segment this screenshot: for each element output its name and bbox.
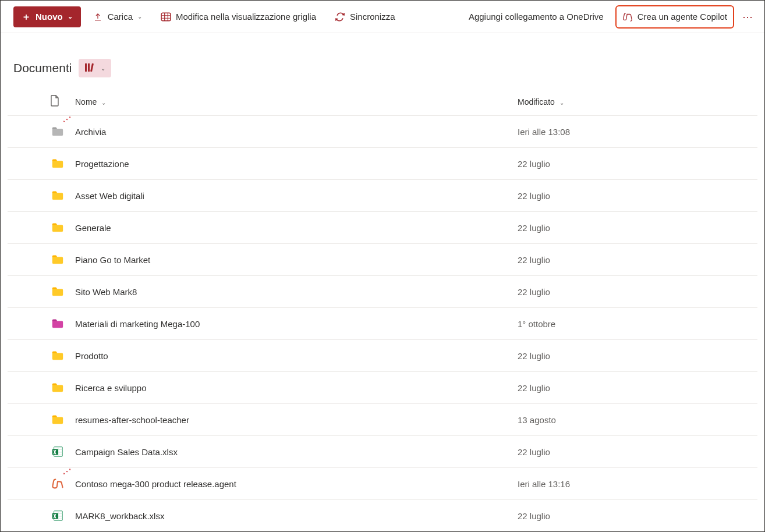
page-title: Documenti (13, 61, 72, 75)
row-select-cell[interactable] (8, 148, 45, 180)
document-icon (49, 95, 60, 107)
row-type-icon (45, 244, 70, 276)
column-modified[interactable]: Modificato ⌄ (513, 89, 757, 116)
row-select-cell[interactable] (8, 404, 45, 436)
row-modified: 1° ottobre (513, 308, 757, 340)
row-name[interactable]: ⋰Contoso mega-300 product release.agent (70, 468, 513, 500)
row-modified: 22 luglio (513, 244, 757, 276)
plus-icon: ＋ (22, 12, 31, 22)
row-name[interactable]: resumes-after-school-teacher (70, 404, 513, 436)
upload-icon (93, 12, 103, 22)
row-type-icon (45, 148, 70, 180)
table-row[interactable]: resumes-after-school-teacher13 agosto (8, 404, 757, 436)
row-select-cell[interactable] (8, 500, 45, 532)
documents-table: Nome ⌄ Modificato ⌄ ⋰ArchiviaIeri alle 1… (8, 89, 757, 532)
svg-rect-2 (88, 63, 90, 72)
row-type-icon (45, 436, 70, 468)
row-name-text: Asset Web digitali (75, 191, 144, 201)
row-name[interactable]: Campaign Sales Data.xlsx (70, 436, 513, 468)
table-row[interactable]: Generale22 luglio (8, 212, 757, 244)
table-row[interactable]: ⋰ArchiviaIeri alle 13:08 (8, 116, 757, 148)
table-row[interactable]: ⋰Contoso mega-300 product release.agentI… (8, 468, 757, 500)
row-modified: Ieri alle 13:16 (513, 468, 757, 500)
row-name[interactable]: ⋰Archivia (70, 116, 513, 148)
row-name[interactable]: Piano Go to Market (70, 244, 513, 276)
row-name-text: Generale (75, 223, 111, 233)
row-name[interactable]: Materiali di marketing Mega-100 (70, 308, 513, 340)
upload-label: Carica (108, 12, 133, 22)
new-button[interactable]: ＋ Nuovo ⌄ (13, 6, 81, 27)
row-name[interactable]: MARK8_workback.xlsx (70, 500, 513, 532)
more-actions-button[interactable]: ⋯ (739, 8, 757, 26)
row-select-cell[interactable] (8, 436, 45, 468)
svg-rect-1 (85, 63, 87, 72)
row-name[interactable]: Ricerca e sviluppo (70, 372, 513, 404)
row-type-icon (45, 372, 70, 404)
row-name-text: Materiali di marketing Mega-100 (75, 319, 200, 329)
chevron-down-icon: ⌄ (68, 13, 73, 20)
table-row[interactable]: MARK8_workback.xlsx22 luglio (8, 500, 757, 532)
column-type[interactable] (45, 89, 70, 116)
row-type-icon (45, 180, 70, 212)
row-select-cell[interactable] (8, 276, 45, 308)
svg-rect-0 (161, 13, 171, 21)
library-view-icon (84, 63, 96, 74)
add-onedrive-label: Aggiungi collegamento a OneDrive (469, 12, 604, 22)
row-name-text: MARK8_workback.xlsx (75, 511, 164, 521)
row-type-icon (45, 404, 70, 436)
create-copilot-label: Crea un agente Copilot (638, 12, 727, 22)
copilot-icon (622, 12, 633, 22)
row-modified: 22 luglio (513, 148, 757, 180)
row-select-cell[interactable] (8, 212, 45, 244)
chevron-down-icon: ⌄ (559, 100, 564, 106)
upload-button[interactable]: Carica ⌄ (86, 6, 149, 27)
row-name-text: Archivia (75, 127, 106, 137)
view-switcher[interactable]: ⌄ (79, 59, 111, 77)
table-row[interactable]: Ricerca e sviluppo22 luglio (8, 372, 757, 404)
table-row[interactable]: Progettazione22 luglio (8, 148, 757, 180)
column-select[interactable] (8, 89, 45, 116)
row-select-cell[interactable] (8, 116, 45, 148)
row-select-cell[interactable] (8, 180, 45, 212)
row-name[interactable]: Generale (70, 212, 513, 244)
row-select-cell[interactable] (8, 340, 45, 372)
edit-grid-button[interactable]: Modifica nella visualizzazione griglia (154, 6, 323, 27)
table-row[interactable]: Sito Web Mark822 luglio (8, 276, 757, 308)
create-copilot-agent-button[interactable]: Crea un agente Copilot (615, 5, 734, 29)
row-name[interactable]: Progettazione (70, 148, 513, 180)
sync-label: Sincronizza (350, 12, 395, 22)
table-row[interactable]: Campaign Sales Data.xlsx22 luglio (8, 436, 757, 468)
command-bar: ＋ Nuovo ⌄ Carica ⌄ Modifica nella visual… (1, 1, 764, 33)
row-type-icon (45, 500, 70, 532)
new-indicator-icon: ⋰ (63, 466, 72, 476)
row-modified: 22 luglio (513, 340, 757, 372)
row-modified: 22 luglio (513, 276, 757, 308)
table-row[interactable]: Piano Go to Market22 luglio (8, 244, 757, 276)
row-name[interactable]: Asset Web digitali (70, 180, 513, 212)
row-type-icon (45, 308, 70, 340)
row-name-text: Prodotto (75, 351, 108, 361)
grid-icon (161, 12, 171, 22)
chevron-down-icon: ⌄ (101, 65, 105, 72)
column-name[interactable]: Nome ⌄ (70, 89, 513, 116)
table-row[interactable]: Prodotto22 luglio (8, 340, 757, 372)
row-select-cell[interactable] (8, 244, 45, 276)
row-name-text: Progettazione (75, 159, 129, 169)
edit-grid-label: Modifica nella visualizzazione griglia (176, 12, 316, 22)
row-select-cell[interactable] (8, 308, 45, 340)
table-header-row: Nome ⌄ Modificato ⌄ (8, 89, 757, 116)
add-onedrive-button[interactable]: Aggiungi collegamento a OneDrive (462, 6, 611, 27)
row-name[interactable]: Prodotto (70, 340, 513, 372)
row-modified: 22 luglio (513, 500, 757, 532)
new-indicator-icon: ⋰ (63, 114, 72, 124)
table-row[interactable]: Asset Web digitali22 luglio (8, 180, 757, 212)
row-type-icon (45, 212, 70, 244)
page-heading-row: Documenti ⌄ (1, 33, 764, 89)
sync-button[interactable]: Sincronizza (328, 6, 402, 27)
row-select-cell[interactable] (8, 468, 45, 500)
table-row[interactable]: Materiali di marketing Mega-1001° ottobr… (8, 308, 757, 340)
row-name-text: Ricerca e sviluppo (75, 383, 147, 393)
column-modified-label: Modificato (518, 97, 555, 107)
row-name[interactable]: Sito Web Mark8 (70, 276, 513, 308)
row-select-cell[interactable] (8, 372, 45, 404)
